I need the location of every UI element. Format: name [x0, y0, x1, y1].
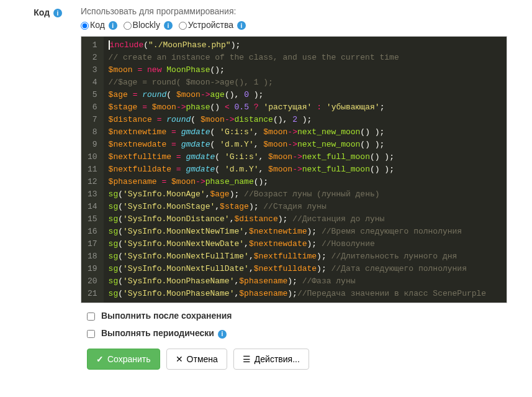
- line-number: 21: [88, 288, 97, 300]
- code-line[interactable]: $nextnewtime = gmdate( 'G:i:s', $moon->n…: [109, 126, 502, 139]
- line-number: 6: [88, 101, 97, 114]
- code-line[interactable]: $stage = $moon->phase() < 0.5 ? 'растуща…: [109, 101, 502, 114]
- line-number: 5: [88, 89, 97, 101]
- line-number: 2: [88, 52, 97, 64]
- code-line[interactable]: sg('SysInfo.MoonNextNewDate',$nextnewdat…: [109, 238, 502, 250]
- code-line[interactable]: sg('SysInfo.MoonPhaseName',$phasename); …: [109, 275, 502, 288]
- line-number: 4: [88, 76, 97, 89]
- actions-button[interactable]: Действия...: [233, 349, 309, 370]
- line-number: 10: [88, 151, 97, 163]
- code-content[interactable]: include("./MoonPhase.php");// create an …: [104, 37, 507, 303]
- code-line[interactable]: $distance = round( $moon->distance(), 2 …: [109, 114, 502, 126]
- radio-devices-input[interactable]: [179, 22, 187, 30]
- line-number-gutter: 123456789101112131415161718192021: [81, 37, 104, 303]
- code-line[interactable]: include("./MoonPhase.php");: [109, 39, 502, 52]
- line-number: 15: [88, 213, 97, 226]
- info-icon[interactable]: i: [53, 9, 62, 17]
- code-line[interactable]: $nextfulltime = gmdate( 'G:i:s', $moon->…: [109, 151, 502, 163]
- info-icon[interactable]: i: [164, 21, 173, 30]
- line-number: 20: [88, 275, 97, 288]
- line-number: 17: [88, 238, 97, 250]
- checkbox-run-periodically-label[interactable]: Выполнять периодически: [101, 328, 214, 338]
- code-editor[interactable]: 123456789101112131415161718192021 includ…: [81, 36, 507, 303]
- save-button[interactable]: Сохранить: [87, 349, 160, 370]
- code-line[interactable]: //$age = round( $moon->age(), 1 );: [109, 76, 502, 89]
- code-line[interactable]: $phasename = $moon->phase_name();: [109, 176, 502, 188]
- close-icon: [176, 354, 183, 364]
- line-number: 11: [88, 163, 97, 176]
- code-line[interactable]: sg('SysInfo.MoonAge',$age); //Возраст лу…: [109, 188, 502, 201]
- code-line[interactable]: sg('SysInfo.MoonNextFullDate',$nextfulld…: [109, 263, 502, 275]
- code-line[interactable]: sg('SysInfo.MoonNextFullTime',$nextfullt…: [109, 250, 502, 263]
- cancel-button[interactable]: Отмена: [166, 349, 227, 370]
- code-line[interactable]: sg('SysInfo.MoonNextNewTime',$nextnewtim…: [109, 226, 502, 238]
- code-line[interactable]: $age = round( $moon->age(), 0 );: [109, 89, 502, 101]
- code-line[interactable]: sg('SysInfo.MoonDistance',$distance); //…: [109, 213, 502, 226]
- radio-devices[interactable]: Устройства i: [179, 20, 246, 30]
- info-icon[interactable]: i: [237, 21, 246, 30]
- line-number: 1: [88, 39, 97, 52]
- check-icon: [96, 354, 104, 364]
- line-number: 8: [88, 126, 97, 139]
- code-line[interactable]: sg('SysInfo.MoonPhaseName',$phasename);/…: [109, 288, 502, 300]
- line-number: 3: [88, 64, 97, 76]
- line-number: 19: [88, 263, 97, 275]
- info-icon[interactable]: i: [218, 330, 227, 339]
- line-number: 18: [88, 250, 97, 263]
- radio-group: Код i Blockly i Устройства i: [81, 20, 507, 30]
- checkbox-run-periodically[interactable]: [87, 330, 95, 338]
- code-line[interactable]: $moon = new MoonPhase();: [109, 64, 502, 76]
- radio-code[interactable]: Код i: [81, 20, 117, 30]
- radio-code-input[interactable]: [81, 22, 89, 30]
- menu-icon: [243, 354, 251, 364]
- checkbox-run-after-save[interactable]: [87, 313, 95, 321]
- line-number: 14: [88, 201, 97, 213]
- code-line[interactable]: $nextnewdate = gmdate( 'd.m.Y', $moon->n…: [109, 139, 502, 151]
- line-number: 13: [88, 188, 97, 201]
- line-number: 7: [88, 114, 97, 126]
- code-line[interactable]: // create an instance of the class, and …: [109, 52, 502, 64]
- line-number: 12: [88, 176, 97, 188]
- checkbox-run-after-save-label[interactable]: Выполнить после сохранения: [101, 311, 232, 321]
- radio-blockly-input[interactable]: [124, 22, 132, 30]
- hint-text: Использовать для программирования:: [81, 6, 507, 16]
- code-line[interactable]: sg('SysInfo.MoonStage',$stage); //Стадия…: [109, 201, 502, 213]
- code-line[interactable]: $nextfulldate = gmdate( 'd.m.Y', $moon->…: [109, 163, 502, 176]
- field-label: Код: [34, 7, 50, 17]
- radio-blockly[interactable]: Blockly i: [124, 20, 173, 30]
- info-icon[interactable]: i: [109, 21, 117, 30]
- line-number: 16: [88, 226, 97, 238]
- line-number: 9: [88, 139, 97, 151]
